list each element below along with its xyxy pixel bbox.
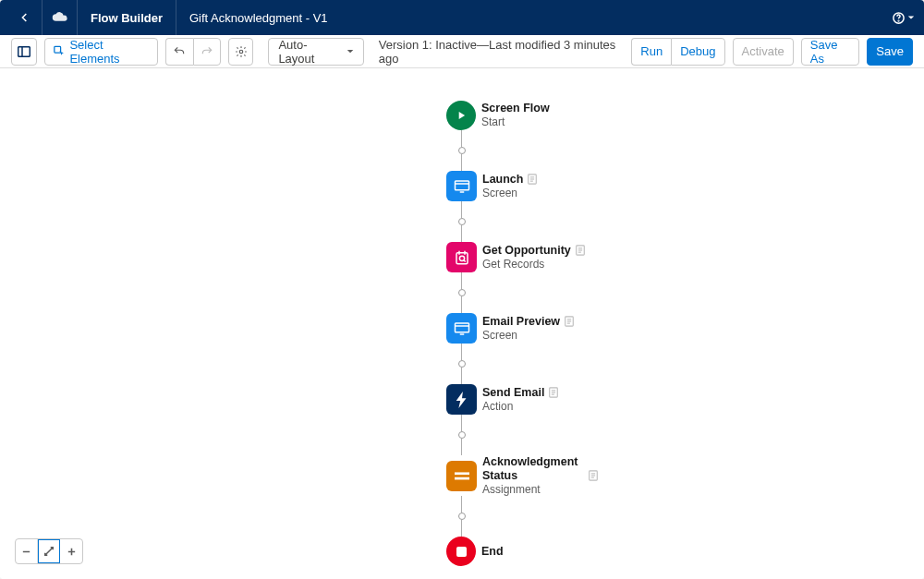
save-button[interactable]: Save [867, 38, 913, 66]
node-subtitle: Screen [482, 187, 538, 199]
svg-rect-6 [455, 181, 468, 190]
save-as-button[interactable]: Save As [801, 38, 860, 66]
assignment-icon[interactable] [446, 461, 477, 491]
node-get-opportunity[interactable]: Get Opportunity Get Records [446, 242, 599, 272]
connector [461, 296, 462, 313]
svg-rect-13 [456, 252, 468, 263]
add-element-dot[interactable] [458, 431, 466, 439]
svg-rect-20 [455, 323, 468, 332]
connector [461, 130, 462, 147]
connector [461, 344, 462, 360]
zoom-controls [15, 538, 83, 564]
undo-redo-group [165, 38, 221, 66]
app-title: Flow Builder [78, 0, 176, 35]
run-debug-group: Run Debug [631, 38, 724, 66]
flow-status-text: Version 1: Inactive—Last modified 3 minu… [379, 38, 617, 66]
svg-line-15 [463, 259, 465, 261]
help-icon [892, 11, 906, 25]
svg-point-1 [898, 20, 899, 21]
back-button[interactable] [7, 0, 43, 35]
connector [461, 496, 462, 513]
node-launch[interactable]: Launch Screen [446, 171, 599, 201]
node-title: Launch [482, 173, 523, 187]
select-elements-label: Select Elements [69, 38, 148, 66]
debug-button[interactable]: Debug [671, 38, 724, 66]
node-title: End [481, 545, 504, 559]
node-subtitle: Assignment [482, 483, 565, 496]
connector [461, 439, 462, 455]
toggle-sidebar-button[interactable] [11, 38, 37, 66]
svg-rect-2 [18, 46, 30, 56]
flow-canvas[interactable]: Screen Flow Start Launch Screen [0, 68, 924, 579]
run-button[interactable]: Run [631, 38, 671, 66]
chevron-down-icon [346, 47, 354, 55]
layout-mode-dropdown[interactable]: Auto-Layout [268, 38, 363, 66]
zoom-fit-button[interactable] [38, 539, 60, 563]
panel-icon [18, 46, 30, 57]
action-icon[interactable] [446, 384, 477, 415]
play-circle-icon[interactable] [446, 101, 476, 130]
node-email-preview[interactable]: Email Preview Screen [446, 313, 599, 344]
app-switcher-button[interactable] [43, 0, 78, 35]
redo-icon [201, 45, 213, 58]
node-ack-status[interactable]: Acknowledgment Status Assignment [446, 455, 599, 496]
svg-rect-4 [54, 46, 60, 53]
node-subtitle: Start [481, 115, 550, 128]
add-element-dot[interactable] [458, 360, 466, 368]
svg-point-5 [239, 50, 243, 54]
help-menu[interactable] [889, 11, 917, 25]
plus-icon [67, 547, 77, 557]
zoom-in-button[interactable] [60, 539, 82, 563]
select-elements-button[interactable]: Select Elements [44, 38, 158, 66]
zoom-out-button[interactable] [16, 539, 38, 563]
chevron-down-icon [907, 14, 915, 21]
minus-icon [21, 547, 31, 557]
node-title: Send Email [482, 386, 544, 400]
cloud-icon [52, 11, 68, 24]
svg-rect-32 [455, 477, 469, 480]
node-title: Get Opportunity [482, 244, 571, 258]
add-element-dot[interactable] [458, 147, 466, 154]
undo-icon [173, 45, 186, 58]
svg-point-14 [459, 256, 464, 260]
expand-icon [43, 546, 55, 557]
arrow-left-icon [18, 10, 32, 25]
gear-icon [235, 45, 248, 58]
node-title: Screen Flow [481, 102, 550, 115]
node-subtitle: Screen [482, 329, 575, 342]
node-title: Acknowledgment Status [482, 455, 565, 483]
node-subtitle: Get Records [482, 258, 586, 271]
connector [461, 368, 462, 384]
app-header: Flow Builder Gift Acknowledgment - V1 [0, 0, 924, 35]
undo-button[interactable] [165, 38, 193, 66]
connector [461, 520, 462, 537]
connector [461, 154, 462, 171]
settings-button[interactable] [228, 38, 254, 66]
flow-column: Screen Flow Start Launch Screen [446, 101, 599, 566]
flow-name: Gift Acknowledgment - V1 [176, 11, 341, 25]
end-circle-icon[interactable] [446, 537, 476, 566]
template-icon [588, 470, 599, 481]
connector [461, 415, 462, 431]
template-icon [548, 387, 559, 398]
node-end[interactable]: End [446, 537, 599, 566]
screen-icon[interactable] [446, 171, 477, 201]
node-send-email[interactable]: Send Email Action [446, 384, 599, 415]
svg-rect-31 [455, 473, 469, 476]
activate-button[interactable]: Activate [733, 38, 794, 66]
add-element-dot[interactable] [458, 289, 466, 296]
redo-button[interactable] [193, 38, 221, 66]
add-element-dot[interactable] [458, 218, 466, 225]
layout-mode-label: Auto-Layout [278, 38, 336, 66]
screen-icon[interactable] [446, 313, 477, 344]
add-element-dot[interactable] [458, 513, 466, 520]
template-icon [564, 316, 575, 327]
toolbar: Select Elements Auto-Layout Version 1: I… [0, 35, 924, 68]
node-subtitle: Action [482, 400, 559, 413]
connector [461, 225, 462, 242]
node-start[interactable]: Screen Flow Start [446, 101, 599, 130]
template-icon [527, 174, 538, 185]
connector [461, 201, 462, 218]
get-records-icon[interactable] [446, 242, 477, 272]
cursor-box-icon [54, 45, 65, 57]
